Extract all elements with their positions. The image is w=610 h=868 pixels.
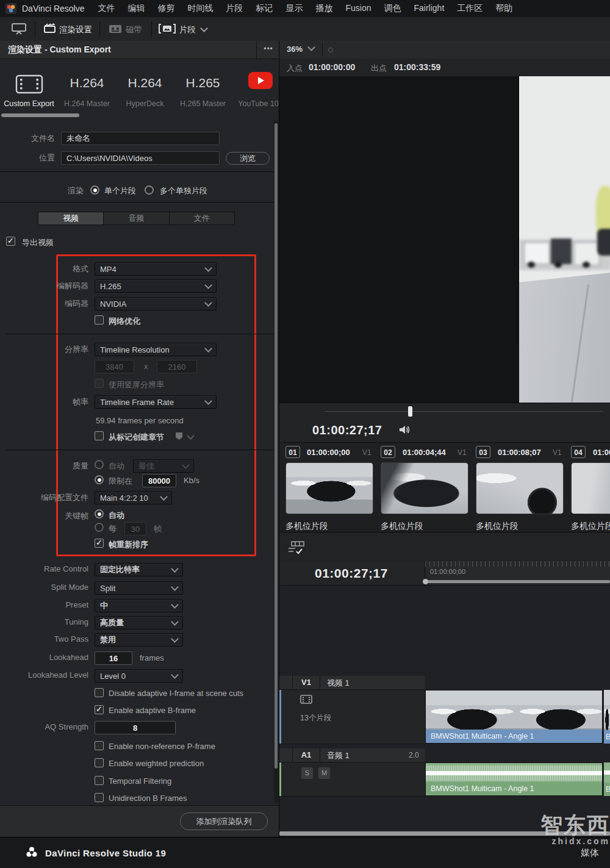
aq-strength-input[interactable]	[95, 721, 176, 734]
unidirection-bframes-checkbox[interactable]	[95, 793, 104, 802]
chevron-down-icon[interactable]	[187, 432, 195, 440]
menu-clip[interactable]: 片段	[226, 3, 243, 14]
tab-video[interactable]: 视频	[38, 212, 103, 224]
tab-audio[interactable]: 音频	[103, 212, 168, 224]
menu-playback[interactable]: 播放	[315, 3, 332, 14]
lookahead-input[interactable]	[95, 651, 132, 665]
preset-hyperdeck[interactable]: H.264 HyperDeck	[116, 59, 174, 118]
render-settings-icon[interactable]	[44, 23, 56, 35]
framerate-dropdown[interactable]: Timeline Frame Rate	[95, 395, 217, 409]
menu-view[interactable]: 显示	[285, 3, 303, 14]
tape-button[interactable]: 磁带	[126, 24, 142, 35]
disable-adaptive-iframe-checkbox[interactable]	[95, 688, 104, 697]
multicam-clip-thumbnail[interactable]	[285, 462, 373, 514]
audio-clip[interactable]: BMWShot1 Multicam - Angle 1	[425, 762, 603, 796]
menu-color[interactable]: 调色	[384, 3, 401, 14]
tape-icon[interactable]	[109, 24, 122, 35]
mute-button[interactable]: M	[318, 767, 330, 779]
render-multiple-radio[interactable]	[145, 185, 154, 195]
location-input[interactable]	[61, 151, 220, 165]
playhead-handle[interactable]	[408, 406, 412, 417]
multicam-clip-thumbnail[interactable]	[381, 462, 468, 514]
lookahead-label: Lookahead	[0, 653, 88, 662]
preset-h264-master[interactable]: H.264 H.264 Master	[58, 59, 116, 118]
preset-custom-export[interactable]: Custom Export	[0, 59, 58, 118]
preset-youtube[interactable]: YouTube 108	[233, 59, 279, 118]
resolution-dropdown[interactable]: Timeline Resolution	[95, 343, 217, 356]
two-pass-dropdown[interactable]: 禁用	[95, 633, 183, 647]
menu-edit[interactable]: 编辑	[127, 3, 145, 14]
audio-track-header[interactable]: A1 音频 1 2.0	[279, 748, 425, 762]
panel-options-menu[interactable]: •••	[256, 41, 279, 59]
menu-file[interactable]: 文件	[98, 3, 115, 14]
network-optimization-checkbox[interactable]	[95, 315, 104, 325]
video-clip[interactable]: BMWShot1 Multicam - Angle 1	[425, 690, 603, 744]
chevron-down-icon[interactable]	[200, 24, 208, 32]
menu-fusion[interactable]: Fusion	[345, 3, 371, 14]
speaker-icon[interactable]	[399, 425, 411, 437]
timeline-horizontal-scrollbar[interactable]	[279, 831, 610, 836]
scrub-track[interactable]	[325, 411, 603, 412]
profile-dropdown[interactable]: Main 4:2:2 10	[95, 491, 172, 504]
panel-scrollbar[interactable]	[274, 123, 278, 769]
adaptive-bframe-checkbox[interactable]	[95, 705, 104, 714]
menu-fairlight[interactable]: Fairlight	[414, 3, 445, 14]
keyframes-auto-radio[interactable]	[95, 509, 104, 518]
audio-clip-partial[interactable]: BMWShot1 Multicam - Angle 1	[604, 762, 610, 796]
split-mode-dropdown[interactable]: Split	[95, 581, 183, 595]
multicam-clip-thumbnail[interactable]	[571, 462, 610, 514]
preset-dropdown[interactable]: 中	[95, 599, 183, 612]
viewer-and-timeline: 36% 入点 01:00:00:00 出点 01:00:33:59 01:00:	[279, 41, 610, 837]
menu-trim[interactable]: 修剪	[157, 3, 174, 14]
codec-dropdown[interactable]: H.265	[95, 279, 217, 293]
bitrate-input[interactable]	[142, 474, 176, 487]
audio-channels: 2.0	[409, 751, 419, 759]
marker-flag-icon[interactable]	[175, 432, 183, 442]
keyframes-interval-input[interactable]	[124, 522, 146, 536]
solo-button[interactable]: S	[301, 767, 313, 779]
timeline-list-icon[interactable]	[288, 541, 305, 556]
resolution-width-input[interactable]	[95, 360, 134, 373]
presets-scrollbar[interactable]	[1, 113, 79, 117]
keyframes-every-radio[interactable]	[95, 523, 104, 532]
menu-mark[interactable]: 标记	[256, 3, 273, 14]
resolution-height-input[interactable]	[157, 360, 197, 373]
add-to-render-queue-button[interactable]: 添加到渲染队列	[180, 812, 268, 830]
menu-workspace[interactable]: 工作区	[457, 3, 483, 14]
lookahead-level-dropdown[interactable]: Level 0	[95, 669, 183, 683]
quality-restrict-radio[interactable]	[95, 475, 104, 484]
chapters-from-markers-checkbox[interactable]	[95, 431, 104, 440]
viewer-canvas[interactable]	[279, 76, 610, 403]
timeline-range-bar[interactable]	[425, 580, 610, 583]
nonref-pframe-checkbox[interactable]	[95, 741, 104, 750]
render-settings-button[interactable]: 渲染设置	[59, 24, 92, 35]
frame-reorder-checkbox[interactable]	[95, 539, 104, 548]
quality-best-dropdown[interactable]: 最佳	[133, 459, 194, 473]
tuning-dropdown[interactable]: 高质量	[95, 616, 183, 629]
temporal-filtering-checkbox[interactable]	[95, 776, 104, 785]
browse-button[interactable]: 浏览	[226, 152, 270, 165]
zoom-level-dropdown[interactable]: 36%	[287, 45, 303, 54]
video-track-header[interactable]: V1 视频 1	[279, 676, 425, 690]
video-clip-partial[interactable]: BMWShot1 Multicam - Angle 1	[604, 690, 610, 744]
keyframes-label: 关键帧	[0, 511, 88, 522]
vertical-resolution-checkbox[interactable]	[95, 379, 104, 388]
preset-h265-master[interactable]: H.265 H.265 Master	[174, 59, 232, 118]
render-single-radio[interactable]	[90, 185, 99, 195]
clip-view-icon[interactable]	[159, 24, 176, 35]
menu-timeline[interactable]: 时间线	[187, 3, 213, 14]
menu-help[interactable]: 帮助	[495, 3, 512, 14]
chevron-down-icon[interactable]	[307, 43, 315, 51]
export-video-checkbox[interactable]	[6, 237, 15, 246]
multicam-clip-thumbnail[interactable]	[476, 462, 564, 514]
rate-control-dropdown[interactable]: 固定比特率	[95, 563, 183, 576]
weighted-prediction-checkbox[interactable]	[95, 758, 104, 767]
filename-input[interactable]	[61, 132, 220, 145]
monitor-icon[interactable]	[11, 23, 27, 37]
timeline-ruler[interactable]: 01:00:00;00	[425, 561, 610, 586]
quality-auto-radio[interactable]	[95, 460, 104, 469]
tab-file[interactable]: 文件	[169, 212, 234, 224]
format-dropdown[interactable]: MP4	[95, 262, 217, 276]
encoder-dropdown[interactable]: NVIDIA	[95, 297, 217, 310]
clip-view-button[interactable]: 片段	[179, 24, 196, 35]
